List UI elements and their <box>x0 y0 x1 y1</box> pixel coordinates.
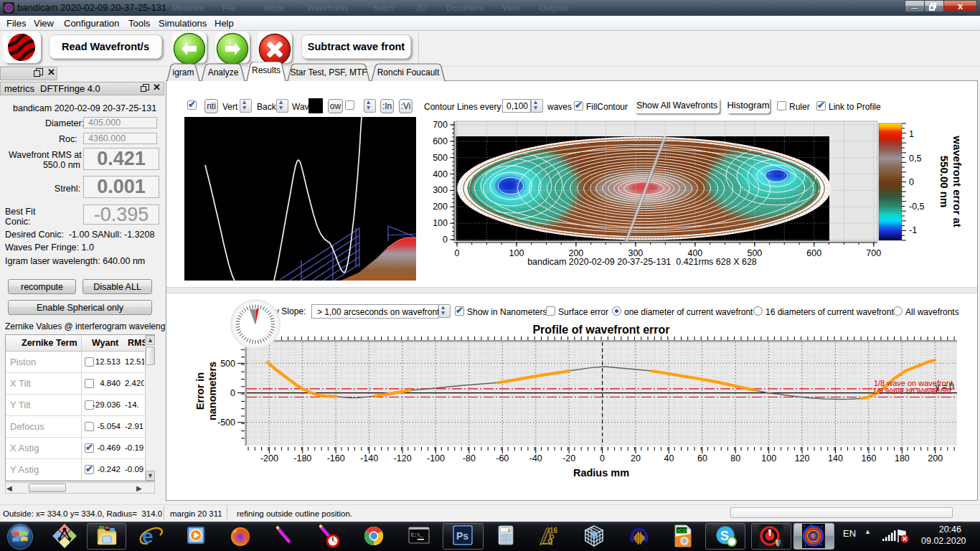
svg-text:bandicam 2020-02-09 20-37-25-1: bandicam 2020-02-09 20-37-25-131 0.421rm… <box>527 257 757 267</box>
svg-text:wavefront error at: wavefront error at <box>951 135 963 227</box>
svg-text:-160: -160 <box>327 453 345 463</box>
svg-text:60: 60 <box>697 453 707 463</box>
svg-text:-500: -500 <box>217 418 235 428</box>
svg-text:40: 40 <box>664 453 674 463</box>
svg-text:0: 0 <box>455 248 460 258</box>
svg-text:-80: -80 <box>463 453 476 463</box>
svg-text:-200: -200 <box>260 453 278 463</box>
svg-text:Ronchi Foucault: Ronchi Foucault <box>377 67 440 77</box>
svg-text:100: 100 <box>433 218 448 228</box>
svg-text:-20: -20 <box>562 453 575 463</box>
svg-text:100: 100 <box>509 248 524 258</box>
svg-text:0: 0 <box>443 235 448 245</box>
svg-text:600: 600 <box>806 248 821 258</box>
svg-text:-100: -100 <box>427 453 445 463</box>
svg-text:-1: -1 <box>909 225 917 235</box>
svg-text:20: 20 <box>631 453 641 463</box>
svg-text:Ps: Ps <box>456 530 468 542</box>
svg-text:160: 160 <box>862 453 877 463</box>
svg-text:120: 120 <box>795 453 810 463</box>
svg-text:ICO: ICO <box>678 528 687 533</box>
svg-text:igram: igram <box>172 67 194 77</box>
svg-text:-180: -180 <box>293 453 311 463</box>
svg-text:-40: -40 <box>529 453 542 463</box>
svg-text:550.00 nm: 550.00 nm <box>938 156 951 208</box>
svg-text:0: 0 <box>230 388 235 398</box>
svg-text:400: 400 <box>433 169 448 179</box>
svg-text:100: 100 <box>761 453 776 463</box>
svg-text:80: 80 <box>730 453 740 463</box>
svg-text:500: 500 <box>220 359 235 369</box>
svg-text:180: 180 <box>895 453 910 463</box>
svg-text:-120: -120 <box>394 453 412 463</box>
svg-text:Radius mm: Radius mm <box>573 467 629 479</box>
svg-text:-140: -140 <box>360 453 378 463</box>
svg-text:16: 16 <box>550 527 558 534</box>
svg-text:0: 0 <box>600 453 605 463</box>
svg-text:700: 700 <box>433 120 448 130</box>
svg-text:200: 200 <box>928 453 943 463</box>
svg-text:500: 500 <box>433 153 448 163</box>
svg-text:Analyze: Analyze <box>208 67 239 77</box>
svg-text:200: 200 <box>433 202 448 212</box>
svg-text:300: 300 <box>433 185 448 195</box>
svg-text:700: 700 <box>866 248 881 258</box>
svg-text:Error in: Error in <box>194 372 206 410</box>
svg-text:Star Test, PSF, MTF: Star Test, PSF, MTF <box>290 67 367 77</box>
svg-text:-0,5: -0,5 <box>909 202 925 212</box>
svg-text:0: 0 <box>909 177 914 187</box>
svg-text:-60: -60 <box>496 453 509 463</box>
svg-text:1: 1 <box>909 129 914 139</box>
svg-text:nanometers: nanometers <box>207 362 218 420</box>
svg-text:y = 0: y = 0 <box>936 382 955 392</box>
svg-text:0: 0 <box>508 528 510 533</box>
svg-text:600: 600 <box>433 136 448 146</box>
svg-text:C:\_: C:\_ <box>411 532 424 538</box>
svg-text:0,5: 0,5 <box>909 154 921 164</box>
svg-text:140: 140 <box>828 453 843 463</box>
svg-text:Results: Results <box>252 65 281 75</box>
